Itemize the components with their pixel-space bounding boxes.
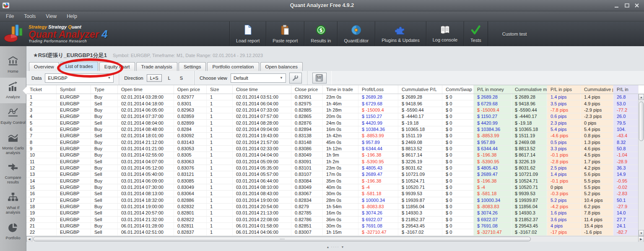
table-row[interactable]: 9EURGBPBuy03.01.2014 01:21:000.83053103.… — [26, 146, 638, 152]
sidebar-item-equity-control[interactable]: Equity Control — [0, 103, 26, 129]
table-row[interactable]: 5EURGBPSell02.01.2014 08:04:000.82899102… — [26, 120, 638, 126]
table-row[interactable]: 8EURGBPBuy02.01.2014 21:12:000.83143102.… — [26, 139, 638, 145]
results-in-button[interactable]: $Results in — [304, 21, 338, 46]
column-header-p-l-in-pips[interactable]: P/L in pips — [547, 85, 581, 94]
load-report-button[interactable]: Load report — [230, 21, 266, 46]
table-row[interactable]: 13EURGBPSell03.01.2014 05:40:000.8312110… — [26, 171, 638, 178]
log-console-button[interactable]: Log console — [426, 21, 464, 46]
column-header-cummulative-pip[interactable]: Cummulative pip... — [581, 85, 613, 94]
maximize-button[interactable] — [624, 3, 630, 8]
direction-option-l[interactable]: L — [165, 75, 174, 81]
minimize-button[interactable] — [614, 3, 620, 8]
column-header-size[interactable]: Size — [207, 85, 233, 94]
table-cell: $ 0 — [442, 165, 474, 171]
column-header-profit-loss[interactable]: Profit/Loss — [358, 85, 398, 94]
column-header-open-price[interactable]: Open price — [174, 85, 207, 94]
table-row[interactable]: 14EURGBPBuy03.01.2014 06:09:000.83085103… — [26, 178, 638, 184]
table-cell: 1 — [207, 120, 233, 126]
tab-list-of-trades[interactable]: List of trades — [60, 62, 98, 71]
table-row[interactable]: 1EURGBPBuy02.01.2014 03:28:000.82977102.… — [26, 94, 638, 100]
menu-item-tools[interactable]: Tools — [24, 13, 36, 19]
table-row[interactable]: 16EURGBPSell03.01.2014 08:13:000.8306410… — [26, 191, 638, 197]
column-header-close-time[interactable]: Close time — [233, 85, 291, 94]
column-header-p-l-in-money[interactable]: P/L in money — [474, 85, 512, 94]
table-row[interactable]: 15EURGBPBuy03.01.2014 07:30:000.83049103… — [26, 184, 638, 191]
sidebar-item-analyze[interactable]: Analyze — [0, 78, 26, 103]
table-cell: $ 9939.53 — [398, 191, 442, 196]
table-row[interactable]: 4EURGBPBuy02.01.2014 07:37:000.82859102.… — [26, 113, 638, 120]
column-header-type[interactable]: Type — [91, 85, 118, 94]
table-row[interactable]: 3EURGBPBuy02.01.2014 06:05:000.82963102.… — [26, 107, 638, 113]
view-settings-button[interactable] — [289, 73, 302, 84]
table-row[interactable]: 19EURGBPSell03.01.2014 20:57:000.8280110… — [26, 210, 638, 216]
column-header-cummulative-mo[interactable]: Cummulative mo... — [512, 85, 547, 94]
table-row[interactable]: 11EURGBPSell03.01.2014 04:07:000.8306310… — [26, 158, 638, 165]
plugins-updates-button[interactable]: Plugins & Updates — [375, 21, 426, 46]
column-header-close-price[interactable]: Close price — [291, 85, 323, 94]
sidebar-item-monte-carlo-analysis[interactable]: Monte Carlo analysis — [0, 129, 26, 159]
table-cell: 20m 0s — [323, 113, 358, 119]
sidebar-item-home[interactable]: Home — [0, 52, 26, 78]
table-row[interactable]: 10EURGBPBuy03.01.2014 02:55:000.8305103.… — [26, 152, 638, 158]
table-cell: 1 — [26, 94, 57, 100]
quanteditor-button[interactable]: QuantEditor — [338, 21, 375, 46]
table-cell: EURGBP — [57, 197, 91, 203]
table-row[interactable]: 18EURGBPBuy03.01.2014 19:00:000.82832103… — [26, 204, 638, 210]
tab-trade-analysis[interactable]: Trade analysis — [136, 62, 177, 71]
menu-item-help[interactable]: Help — [67, 13, 77, 19]
table-cell: 1 — [207, 146, 233, 152]
tests-button[interactable]: Tests — [464, 21, 488, 46]
table-cell: $ 21852.37 — [398, 217, 442, 222]
splitter-down-icon[interactable]: ▼ — [341, 246, 344, 248]
vertical-scrollbar[interactable]: ▲ ▼ — [638, 94, 644, 236]
tab-open-balances[interactable]: Open balances — [260, 62, 303, 71]
table-row[interactable]: 22EURGBPSell06.01.2014 02:51:000.8283710… — [26, 229, 638, 235]
sidebar-item-portfolio[interactable]: Portfolio — [0, 219, 26, 244]
column-header-symbol[interactable]: Symbol — [57, 85, 91, 94]
column-header-open-time[interactable]: Open time — [118, 85, 174, 94]
tab-overview[interactable]: Overview — [29, 62, 59, 71]
paste-report-button[interactable]: Paste report — [266, 21, 304, 46]
table-cell: 0.82894 — [291, 126, 323, 132]
horizontal-scroll-thumb[interactable] — [33, 237, 531, 241]
sidebar-item-label: What If analysis — [0, 205, 26, 214]
table-row[interactable]: 21EURGBPBuy06.01.2014 01:28:000.82811106… — [26, 223, 638, 229]
table-row[interactable]: 2EURGBPSell02.01.2014 04:18:000.8301102.… — [26, 100, 638, 107]
table-row[interactable]: 12EURGBPBuy03.01.2014 05:12:000.83076103… — [26, 165, 638, 171]
export-csv-button[interactable]: CSV — [312, 73, 327, 84]
column-header-ticket[interactable]: Ticket — [26, 85, 57, 94]
table-row[interactable]: 20EURGBPSell03.01.2014 21:32:000.8282210… — [26, 217, 638, 223]
vertical-scroll-thumb[interactable] — [639, 102, 644, 141]
direction-option-s[interactable]: S — [177, 75, 186, 81]
column-header-time-in-trade[interactable]: Time in trade — [323, 85, 358, 94]
column-header-cummulative-p-l[interactable]: Cummulative P/L — [398, 85, 442, 94]
direction-option-l-s[interactable]: L+S — [147, 74, 162, 82]
tab-equity-chart[interactable]: Equity chart — [99, 62, 135, 71]
table-cell: 0.83143 — [174, 139, 207, 145]
horizontal-scrollbar[interactable]: ◀ ▶ — [26, 236, 644, 242]
column-header-comm-swap[interactable]: Comm/Swap — [442, 85, 474, 94]
menu-item-file[interactable]: File — [6, 13, 14, 19]
sidebar-item-compare-results[interactable]: Compare results — [0, 159, 26, 188]
view-select[interactable]: Default ▼ — [231, 73, 286, 83]
table-row[interactable]: 7EURGBPSell02.01.2014 18:01:000.83092102… — [26, 133, 638, 139]
table-row[interactable]: 17EURGBPSell03.01.2014 18:32:000.8288610… — [26, 197, 638, 204]
menu-item-view[interactable]: View — [46, 13, 57, 19]
splitter-grip[interactable]: ···· — [331, 245, 340, 249]
scroll-left-icon[interactable]: ◀ — [26, 236, 32, 242]
table-cell: 2.5 pips — [547, 165, 581, 171]
table-cell: 1 — [207, 158, 233, 164]
sidebar-item-what-if-analysis[interactable]: What If analysis — [0, 188, 26, 219]
tab-portfolio-correlation[interactable]: Portfolio correlation — [207, 62, 259, 71]
table-row[interactable]: 6EURGBPBuy02.01.2014 08:48:000.8284102.0… — [26, 126, 638, 133]
close-button[interactable] — [634, 3, 640, 8]
scroll-down-icon[interactable]: ▼ — [639, 230, 644, 236]
column-header-p-l-in[interactable]: P/L in — [613, 85, 639, 94]
tab-settings[interactable]: Settings — [179, 62, 206, 71]
table-cell: 0.82786 — [291, 217, 323, 222]
table-cell: 03.01.2014 05:09:00 — [233, 158, 291, 164]
scroll-right-icon[interactable]: ▶ — [638, 236, 644, 242]
splitter-up-icon[interactable]: ▲ — [327, 246, 330, 248]
scroll-up-icon[interactable]: ▲ — [639, 94, 644, 100]
data-select[interactable]: EURGBP ▼ — [45, 73, 114, 83]
